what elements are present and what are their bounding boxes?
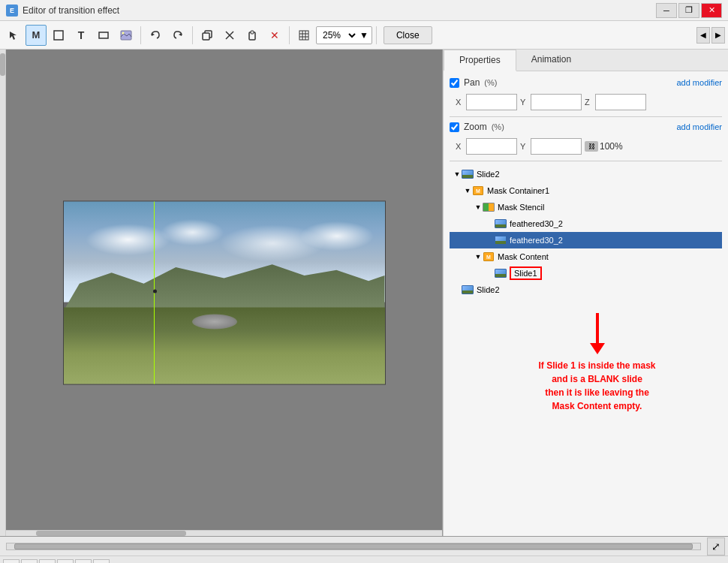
pan-z-label: Z <box>585 98 592 107</box>
toolbar-select[interactable] <box>3 25 24 46</box>
toolbar-grid[interactable] <box>293 25 314 46</box>
tab-animation[interactable]: Animation <box>516 50 586 71</box>
toolbar: M T ✕ 25% 50% 100% ▼ Close <box>0 21 728 50</box>
label-mask-container: Mask Container1 <box>487 186 549 195</box>
toolbar-separator-4 <box>376 26 377 44</box>
zoom-y-input[interactable]: 215 <box>531 138 582 155</box>
horizontal-scrollbar[interactable] <box>6 530 442 536</box>
canvas-area <box>0 50 443 536</box>
pan-checkbox[interactable] <box>450 78 459 88</box>
pan-inputs: X -20 Y 210 Z 0 <box>450 94 722 110</box>
label-slide1: Slide1 <box>510 266 542 280</box>
toolbar-rect[interactable] <box>93 25 114 46</box>
play-btn[interactable]: ▶ <box>3 559 20 564</box>
label-slide2: Slide2 <box>477 170 500 179</box>
zoom-checkbox[interactable] <box>450 122 459 132</box>
arrow-slide2-bottom <box>453 285 462 294</box>
toolbar-cut[interactable] <box>219 25 240 46</box>
zoom-inputs: X 9580 Y 215 ⛓ 100% <box>450 138 722 155</box>
zoom-select-container[interactable]: 25% 50% 100% ▼ <box>316 26 372 44</box>
zoom-y-label: Y <box>520 142 528 151</box>
svg-rect-8 <box>203 33 209 40</box>
zoom-row: Zoom (%) add modifier <box>450 122 722 132</box>
timeline-scrollbar[interactable] <box>6 543 701 550</box>
toolbar-image[interactable] <box>116 25 137 46</box>
svg-marker-5 <box>152 33 155 36</box>
pan-y-input[interactable]: 210 <box>531 94 582 110</box>
tree-item-mask-stencil[interactable]: ▼ Mask Stencil <box>450 199 722 215</box>
svg-marker-0 <box>10 32 17 40</box>
close-editor-button[interactable]: Close <box>384 26 432 44</box>
toolbar-delete[interactable]: ✕ <box>264 25 285 46</box>
minimize-button[interactable]: ─ <box>656 3 677 18</box>
toolbar-move[interactable]: M <box>26 25 47 46</box>
nav-prev-arrow[interactable]: ◀ <box>696 27 710 44</box>
toolbar-crop[interactable] <box>48 25 69 46</box>
tree-item-slide2-bottom[interactable]: Slide2 <box>450 282 722 298</box>
zoom-units: (%) <box>492 122 504 131</box>
vertical-scrollbar[interactable] <box>0 50 6 536</box>
toolbar-redo[interactable] <box>167 25 188 46</box>
window-title: Editor of transition effect <box>23 5 651 16</box>
label-mask-stencil: Mask Stencil <box>498 203 544 212</box>
zoom-select[interactable]: 25% 50% 100% <box>320 29 358 41</box>
icon-mask-stencil <box>483 202 495 212</box>
minus-btn[interactable]: − <box>75 559 92 564</box>
close-button[interactable]: ✕ <box>701 3 722 18</box>
zoom-add-modifier[interactable]: add modifier <box>676 122 722 131</box>
annotation-text: If Slide 1 is inside the mask and is a B… <box>472 359 722 413</box>
icon-slide2-bottom <box>462 285 474 295</box>
canvas-content <box>63 201 386 385</box>
zoom-x-input[interactable]: 9580 <box>466 138 517 155</box>
toolbar-paste[interactable] <box>242 25 263 46</box>
svg-marker-6 <box>179 33 182 36</box>
main-layout: Properties Animation Pan (%) add modifie… <box>0 50 728 536</box>
pan-label: Pan <box>464 77 480 88</box>
tree-item-mask-container[interactable]: ▼ M Mask Container1 <box>450 182 722 199</box>
transport-controls: ▶ ■ ◀ ▶ − + <box>0 556 728 563</box>
toolbar-copy[interactable] <box>197 25 218 46</box>
pan-row: Pan (%) add modifier <box>450 77 722 88</box>
tree-item-slide2[interactable]: ▼ Slide2 <box>450 166 722 182</box>
restore-button[interactable]: ❐ <box>678 3 699 18</box>
pan-y-label: Y <box>520 98 528 107</box>
pan-x-input[interactable]: -20 <box>466 94 517 110</box>
timeline-area: ⤢ ▶ ■ ◀ ▶ − + feathered30_2 0.000 1.000 <box>0 536 728 563</box>
icon-feathered-1 <box>495 218 507 229</box>
nav-next-arrow[interactable]: ▶ <box>711 27 725 44</box>
plus-btn[interactable]: + <box>93 559 110 564</box>
label-feathered-1: feathered30_2 <box>510 219 563 228</box>
pan-add-modifier[interactable]: add modifier <box>676 78 722 87</box>
tree-section: ▼ Slide2 ▼ M Mask Container1 ▼ Mask Sten… <box>450 166 722 298</box>
stop-btn[interactable]: ■ <box>21 559 38 564</box>
arrow-slide1 <box>486 269 495 278</box>
tree-item-slide1[interactable]: Slide1 <box>450 265 722 282</box>
pan-x-label: X <box>456 98 463 107</box>
tree-item-mask-content[interactable]: ▼ M Mask Content <box>450 248 722 265</box>
icon-slide1 <box>495 268 507 278</box>
toolbar-separator-2 <box>192 26 193 44</box>
tree-item-feathered-2[interactable]: feathered30_2 <box>450 232 722 248</box>
scrollbar-thumb-v <box>0 53 5 76</box>
next-frame-btn[interactable]: ▶ <box>57 559 74 564</box>
arrow-mask-container: ▼ <box>463 186 472 195</box>
window-controls[interactable]: ─ ❐ ✕ <box>656 3 722 18</box>
toolbar-undo[interactable] <box>145 25 166 46</box>
svg-point-4 <box>122 32 125 34</box>
tab-properties[interactable]: Properties <box>444 50 516 71</box>
slide-preview <box>63 201 386 385</box>
zoom-link-pct: 100% <box>600 141 623 152</box>
toolbar-text[interactable]: T <box>71 25 92 46</box>
guide-dot <box>153 289 157 293</box>
annotation-area: If Slide 1 is inside the mask and is a B… <box>450 313 722 413</box>
timeline-expand-btn[interactable]: ⤢ <box>707 537 725 555</box>
icon-slide2 <box>462 169 474 179</box>
tree-item-feathered-1[interactable]: feathered30_2 <box>450 215 722 232</box>
arrow-feathered-2 <box>486 236 495 245</box>
prev-frame-btn[interactable]: ◀ <box>39 559 56 564</box>
svg-rect-2 <box>99 32 108 38</box>
link-button[interactable]: ⛓ 100% <box>585 141 623 152</box>
divider-1 <box>450 116 722 117</box>
timeline-scrollbar-container <box>0 543 707 550</box>
pan-z-input[interactable]: 0 <box>595 94 646 110</box>
